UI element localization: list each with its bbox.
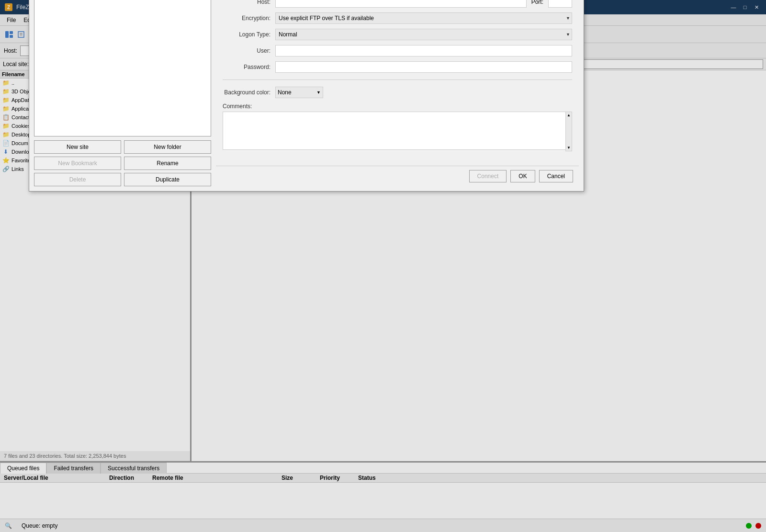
password-row: Password: [223,61,572,73]
logon-type-value: Normal [279,31,297,38]
comments-wrapper: ▲ ▼ [223,112,572,151]
encryption-select-wrapper: Use explicit FTP over TLS if available ▼ [275,12,572,24]
logon-type-select[interactable]: Normal ▼ [275,29,572,40]
host-row: Host: Port: [223,0,572,8]
new-folder-button[interactable]: New folder [124,140,211,154]
site-host-input[interactable] [275,0,527,8]
bg-color-select[interactable]: None ▼ [275,87,323,98]
new-bookmark-button[interactable]: New Bookmark [34,157,121,170]
rename-button[interactable]: Rename [124,157,211,170]
bg-color-value: None [278,89,292,96]
user-row: User: [223,45,572,57]
delete-button[interactable]: Delete [34,173,121,186]
logon-type-select-wrapper: Normal ▼ [275,29,572,40]
site-buttons: New site New folder New Bookmark Rename … [34,140,211,186]
site-password-label: Password: [223,64,270,70]
comments-textarea[interactable] [223,112,572,150]
site-password-input[interactable] [275,61,572,73]
modal-overlay: Site Manager ✕ Select entry: — 📁 My Site… [0,0,766,532]
logon-type-arrow: ▼ [566,32,570,37]
comments-section: Comments: ▲ ▼ [223,103,572,151]
encryption-arrow: ▼ [566,16,570,21]
comments-scrollbar[interactable]: ▲ ▼ [565,112,572,151]
logon-type-row: Logon Type: Normal ▼ [223,29,572,40]
cancel-button[interactable]: Cancel [539,170,573,182]
bg-color-arrow: ▼ [316,90,321,95]
encryption-row: Encryption: Use explicit FTP over TLS if… [223,12,572,24]
site-port-label: Port: [531,0,543,5]
site-tree[interactable]: — 📁 My Sites [34,0,211,136]
user-label: User: [223,47,270,54]
dialog-body: Select entry: — 📁 My Sites New site New … [29,0,584,191]
host-field-label: Host: [223,0,270,5]
site-port-input[interactable] [548,0,572,8]
site-user-input[interactable] [275,45,572,57]
new-site-button[interactable]: New site [34,140,121,154]
site-manager-dialog: Site Manager ✕ Select entry: — 📁 My Site… [29,0,584,192]
bg-color-row: Background color: None ▼ [223,87,572,98]
comments-label: Comments: [223,103,572,110]
scroll-down: ▼ [567,146,571,150]
scroll-up: ▲ [567,113,571,117]
ok-button[interactable]: OK [510,170,535,182]
dialog-footer: Connect OK Cancel [216,166,579,186]
encryption-select[interactable]: Use explicit FTP over TLS if available ▼ [275,12,572,24]
logon-type-label: Logon Type: [223,31,270,38]
site-settings-panel: General Advanced Transfer Settings Chars… [216,0,579,186]
connect-button[interactable]: Connect [469,170,507,182]
separator-1 [223,79,572,80]
encryption-value: Use explicit FTP over TLS if available [279,15,374,22]
site-tree-section: Select entry: — 📁 My Sites New site New … [34,0,211,186]
duplicate-button[interactable]: Duplicate [124,173,211,186]
encryption-label: Encryption: [223,15,270,22]
settings-content: Protocol: FTP - File Transfer Protocol ▼… [216,0,579,166]
bg-color-label: Background color: [223,89,270,96]
bg-color-select-wrapper: None ▼ [275,87,323,98]
